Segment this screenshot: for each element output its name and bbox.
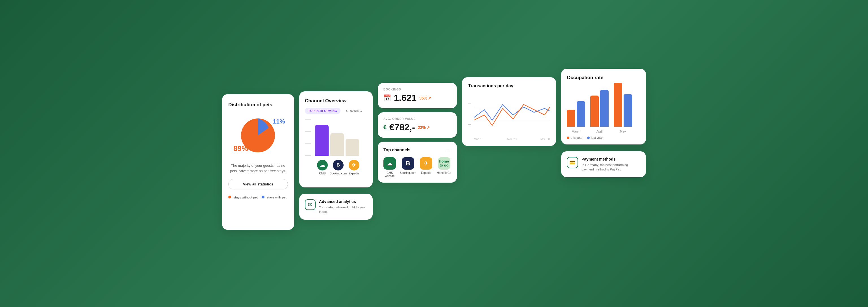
bar-group-may: May [614,83,632,133]
cms-logo: ☁ [320,162,325,168]
transactions-title: Transactions per day [468,83,550,89]
april-label: April [596,130,602,133]
channel-overview-card: Channel Overview TOP PERFORMING GROWING [299,91,373,187]
channel-booking: B Booking.com [332,160,345,175]
expedia-icon: ✈ [349,160,360,171]
transactions-card: Transactions per day — — Mar. 10 Mar. 20… [462,77,556,146]
avg-order-card: AVG. ORDER VALUE € €782,- 22% ↗ [378,112,457,138]
dots-menu-button[interactable]: ... [445,147,451,153]
channel-expedia: ✈ Expedia [347,160,361,175]
legend-last-year: last year [587,136,603,140]
bar-pair-may [614,83,632,127]
expedia-label: Expedia [349,172,360,175]
chart-x-labels: Mar. 10 Mar. 20 Mar. 30 [468,138,550,141]
expedia-logo: ✈ [352,162,356,168]
bookings-number: 1.621 [394,93,416,103]
bookings-change: 35% ↗ [419,96,431,100]
expedia-channel-name: Expedia [421,171,431,175]
cms-label: CMS [319,172,326,175]
blue-pct: 11% [273,118,285,125]
x-label-2: Mar. 20 [507,138,517,141]
legend-this-year-dot [567,136,569,139]
analytics-desc: Your data, delivered right to your inbox… [319,205,367,214]
channel-tabs: TOP PERFORMING GROWING [305,108,367,114]
bar-group-march: March [567,101,585,133]
april-last-year-bar [600,90,609,127]
y-label-2: — [468,123,471,126]
channel-item-hometogo: hometo go HomeToGo [437,157,451,175]
channel-item-booking: B Booking.com [401,157,415,175]
cms-channel-icon: ☁ [386,160,393,167]
pie-chart: 89% 11% [228,113,288,158]
bookings-card: BOOKINGS 📅 1.621 35% ↗ [378,83,457,108]
april-this-year-bar [590,96,599,127]
pets-description: The majority of your guests has no pets.… [228,163,288,174]
occupation-bar-chart: March April May [567,85,640,133]
legend-with-pet: stays with pet [261,195,286,199]
top-channels-title: Top channels [383,147,410,152]
booking-channel-name: Booking.com [400,171,416,175]
bar-pair-march [567,101,585,127]
cms-channel-logo: ☁ [383,157,396,170]
march-label: March [571,130,580,133]
avg-order-change: 22% ↗ [418,125,430,130]
cms-channel-name: CMS website [383,171,396,178]
occupation-card: Occupation rate March April [561,69,646,145]
payment-icon: 💳 [567,157,578,168]
bookings-icon: 📅 [383,94,391,102]
chart-y-labels: — — [468,92,471,135]
legend-last-year-label: last year [591,136,603,140]
bar-group-april: April [590,90,609,133]
bar-pair-april [590,90,609,127]
payment-text: Payment methods In Germany, the best per… [582,157,640,172]
bookings-value-row: 📅 1.621 35% ↗ [383,93,451,103]
channel-cms: ☁ CMS [316,160,329,175]
payment-card: 💳 Payment methods In Germany, the best p… [561,151,646,177]
orange-line [474,104,550,125]
bar-line-4 [305,155,311,156]
view-stats-button[interactable]: View all statistics [228,179,288,189]
legend-this-year-label: this year [571,136,583,140]
pets-title: Distribution of pets [228,102,272,108]
booking-logo: B [337,162,340,167]
bar-expedia [346,139,359,156]
channels-list: ☁ CMS website B Booking.com ✈ Expedia [383,157,451,178]
hometogo-channel-icon: hometo go [439,159,449,167]
line-chart-svg [474,92,550,135]
may-this-year-bar [614,83,622,127]
x-label-3: Mar. 30 [540,138,550,141]
hometogo-channel-name: HomeToGo [437,171,451,175]
line-chart-area: — — [468,92,550,135]
analytics-icon: ✉ [305,199,316,210]
avg-order-value-row: € €782,- 22% ↗ [383,122,451,132]
booking-channel-icon: B [406,160,410,167]
bookings-label: BOOKINGS [383,88,451,91]
y-label-1: — [468,101,471,104]
analytics-text: Advanced analytics Your data, delivered … [319,199,367,214]
top-channels-card: Top channels ... ☁ CMS website B Booking… [378,142,457,183]
booking-label: Booking.com [330,172,347,175]
pets-legend: stays without pet stays with pet [228,195,286,199]
tab-growing[interactable]: GROWING [343,108,365,114]
occupation-title: Occupation rate [567,75,640,81]
tab-top-performing[interactable]: TOP PERFORMING [305,108,340,114]
channel-title: Channel Overview [305,98,367,104]
expedia-channel-icon: ✈ [424,160,429,167]
legend-dot-blue [261,195,265,198]
orange-pct: 89% [234,144,248,153]
analytics-title: Advanced analytics [319,199,367,204]
analytics-card: ✉ Advanced analytics Your data, delivere… [299,194,373,220]
legend-this-year: this year [567,136,583,140]
channel-icons: ☁ CMS B Booking.com ✈ Expedia [305,160,367,175]
hometogo-channel-logo: hometo go [438,157,451,170]
pets-card: Distribution of pets 89% 11% The majorit… [222,94,294,230]
march-last-year-bar [577,101,585,127]
may-label: May [620,130,626,133]
channel-item-cms: ☁ CMS website [383,157,396,178]
bar-line-1 [305,119,311,120]
top-channels-header: Top channels ... [383,147,451,153]
legend-dot-orange [228,195,231,198]
bar-line-3 [305,143,311,144]
march-this-year-bar [567,110,575,127]
bar-y-lines [305,119,311,156]
